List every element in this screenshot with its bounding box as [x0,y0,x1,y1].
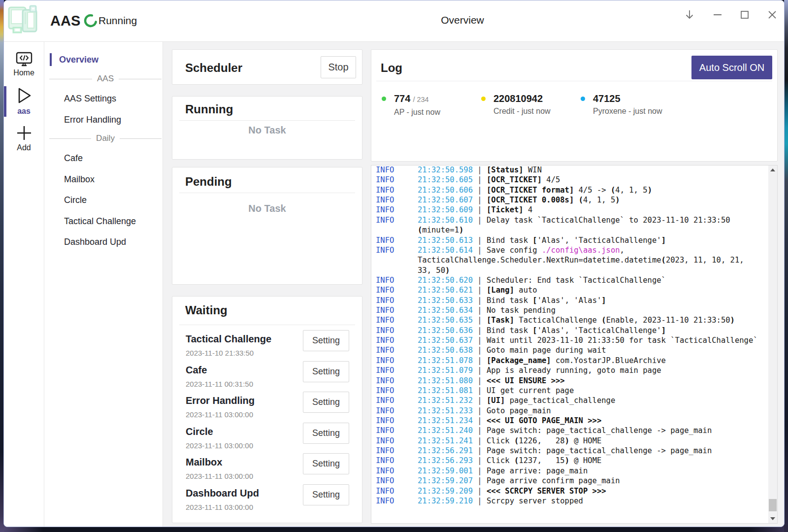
stat-suffix: / 234 [413,96,428,103]
stat-dot-icon [581,97,585,101]
nav-item-cafe[interactable]: Cafe [64,152,83,164]
pending-card-title: Pending [185,174,232,190]
waiting-task-time: 2023-11-11 03:00:00 [186,471,253,481]
log-entry: INFO21:32:50.613 | Bind task ['Alas', 'T… [376,235,762,245]
log-console: INFO21:32:50.598 | [Status] WININFO21:32… [371,165,778,524]
log-entry: INFO21:32:59.001 | Page arrive: page_mai… [376,466,762,476]
log-entry: INFO21:32:51.081 | UI get current page [376,386,762,396]
log-entry: INFO21:32:59.209 | <<< SCRCPY SERVER STO… [376,486,762,496]
task-nav: OverviewAASAAS SettingsError HandlingDai… [44,42,163,527]
log-entry: INFO21:32:50.633 | Bind task ['Alas', 'A… [376,296,762,305]
stat-label: AP - just now [394,107,440,118]
close-icon[interactable] [761,6,783,23]
log-entry: INFO21:32:50.620 | Scheduler: End task `… [376,275,762,285]
maximize-icon[interactable] [734,6,755,23]
rail-item-add[interactable]: Add [4,125,44,152]
log-entry: INFO21:32:50.621 | [Lang] auto [376,285,762,295]
scheduler-card: Scheduler Stop [172,49,362,85]
nav-item-overview[interactable]: Overview [59,54,98,66]
stat-label: Credit - just now [493,106,551,117]
log-scroll-area[interactable]: INFO21:32:50.598 | [Status] WININFO21:32… [371,166,768,523]
rail-item-home[interactable]: Home [4,52,44,77]
pending-card: Pending No Task [172,167,362,285]
stat-value: 774/ 234 [394,92,440,106]
waiting-task-time: 2023-11-11 00:31:50 [186,379,253,389]
log-entry: INFO21:32:51.079 | App is already runnin… [376,366,762,375]
scheduler-status-text: Running [98,15,137,27]
code-monitor-icon [15,52,33,66]
waiting-item: Circle2023-11-11 03:00:00Setting [172,423,362,454]
nav-active-indicator [50,53,52,66]
nav-item-dashboard-upd[interactable]: Dashboard Upd [64,236,126,248]
scroll-up-icon[interactable] [768,166,777,174]
stop-button[interactable]: Stop [321,56,356,78]
log-entry: INFO21:32:50.605 | [OCR_TICKET] 4/5 [376,175,762,185]
nav-section-divider: Daily [49,133,162,143]
waiting-item: Dashboard Upd2023-11-11 03:00:00Setting [172,484,362,515]
scroll-down-icon[interactable] [768,514,777,523]
log-entry: INFO21:32:50.634 | No task pending [376,305,762,315]
stat-dot-icon [382,97,386,101]
stat-value: 220810942 [493,92,551,105]
divider [376,81,772,81]
setting-button[interactable]: Setting [303,361,349,382]
app-logo-icon [5,4,39,35]
scrollbar[interactable] [768,166,777,523]
stat-dot-icon [481,97,486,101]
minimize-icon[interactable] [707,6,728,23]
download-icon[interactable] [679,6,700,23]
log-entry: INFO21:32:50.638 | Goto main page during… [376,345,762,355]
setting-button[interactable]: Setting [303,392,349,413]
nav-section-divider: AAS [49,74,162,84]
play-icon [15,86,33,105]
auto-scroll-button[interactable]: Auto Scroll ON [691,56,772,79]
running-card-title: Running [185,101,233,117]
divider [179,325,355,325]
log-entry: INFO21:32:50.637 | Wait until 2023-11-10… [376,335,762,345]
waiting-task-name: Mailbox [186,456,222,468]
waiting-task-name: Circle [186,425,213,438]
scrollbar-thumb[interactable] [769,499,777,511]
rail-item-aas[interactable]: aas [4,86,44,116]
waiting-task-name: Error Handling [186,394,255,407]
app-name: AAS [50,13,80,29]
waiting-task-name: Dashboard Upd [186,487,259,499]
log-entry: INFO21:32:51.232 | [UI] page_tactical_ch… [376,396,762,405]
log-entry: INFO21:32:50.607 | [OCR_TICKET 0.008s] (… [376,195,762,205]
log-entry: INFO21:32:50.606 | [OCR_TICKET format] 4… [376,185,762,195]
waiting-item: Mailbox2023-11-11 03:00:00Setting [172,453,362,484]
log-entry: INFO21:32:56.293 | Click (1237, 15) @ HO… [376,456,762,466]
log-entry: INFO21:32:51.234 | <<< UI GOTO PAGE_MAIN… [376,416,762,426]
setting-button[interactable]: Setting [303,453,349,474]
waiting-item: Cafe2023-11-11 00:31:50Setting [172,361,362,392]
log-stat: 220810942Credit - just now [481,92,551,117]
setting-button[interactable]: Setting [303,484,349,505]
setting-button[interactable]: Setting [303,423,349,444]
nav-item-aas-settings[interactable]: AAS Settings [64,93,116,104]
nav-item-error-handling[interactable]: Error Handling [64,114,121,126]
nav-item-mailbox[interactable]: Mailbox [64,173,95,185]
log-card-title: Log [381,60,402,76]
log-entry: INFO21:32:51.240 | Page switch: page_tac… [376,426,762,435]
log-stat: 47125Pyroxene - just now [581,92,662,117]
stat-label: Pyroxene - just now [593,106,662,117]
waiting-task-name: Tactical Challenge [186,332,271,345]
waiting-task-time: 2023-11-10 21:33:50 [186,348,254,358]
running-card: Running No Task [172,96,362,160]
desktop-edge-right [784,0,788,532]
waiting-task-time: 2023-11-11 03:00:00 [186,502,253,512]
log-entry: INFO21:32:51.241 | Click (1226, 28) @ HO… [376,436,762,446]
nav-item-circle[interactable]: Circle [64,194,87,206]
log-entry: INFO21:32:59.207 | Page arrive confirm p… [376,476,762,486]
waiting-item: Error Handling2023-11-11 03:00:00Setting [172,392,362,423]
log-card: Log Auto Scroll ON 774/ 234AP - just now… [371,49,778,162]
setting-button[interactable]: Setting [303,330,349,351]
log-entry: INFO21:32:51.233 | Goto page_main [376,406,762,416]
log-stat: 774/ 234AP - just now [382,92,440,118]
log-entry: INFO21:32:50.614 | Save config ./config\… [376,245,762,275]
scheduler-card-title: Scheduler [185,60,242,76]
nav-item-tactical-challenge[interactable]: Tactical Challenge [64,215,136,227]
title-bar: AAS Running Overview [4,0,784,42]
pending-empty-text: No Task [172,203,362,214]
plus-icon [16,125,33,141]
